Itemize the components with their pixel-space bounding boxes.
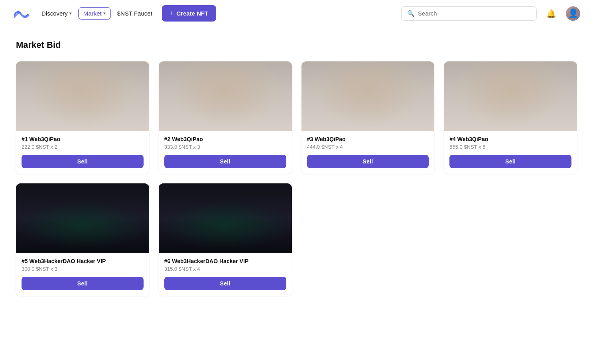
svg-rect-0 xyxy=(23,61,142,131)
svg-point-30 xyxy=(495,65,526,101)
sell-button-6[interactable]: Sell xyxy=(164,277,286,290)
svg-rect-86 xyxy=(204,237,208,242)
svg-point-6 xyxy=(85,84,89,87)
svg-rect-63 xyxy=(37,225,85,238)
svg-point-103 xyxy=(176,207,240,239)
nav-market[interactable]: Market ▾ xyxy=(78,7,111,20)
svg-rect-67 xyxy=(40,232,56,233)
svg-rect-61 xyxy=(108,222,122,223)
svg-point-26 xyxy=(359,106,376,117)
svg-rect-75 xyxy=(179,200,211,201)
svg-rect-98 xyxy=(179,225,227,238)
header: Discovery ▾ Market ▾ $NST Faucet + Creat… xyxy=(0,0,593,27)
nft-card-4: #4 Web3QiPao 555.0 $NST x 5 Sell xyxy=(444,61,577,174)
card-title-3: #3 Web3QiPao xyxy=(307,136,429,142)
svg-point-10 xyxy=(193,99,257,131)
svg-point-33 xyxy=(512,84,516,87)
svg-rect-57 xyxy=(108,212,123,214)
card-title-4: #4 Web3QiPao xyxy=(449,136,571,142)
plus-icon: + xyxy=(170,9,174,18)
svg-point-5 xyxy=(77,84,81,87)
svg-rect-96 xyxy=(251,222,265,223)
create-nft-button[interactable]: + Create NFT xyxy=(162,5,217,22)
svg-rect-56 xyxy=(108,210,132,211)
svg-rect-50 xyxy=(37,228,89,229)
svg-rect-44 xyxy=(37,211,67,212)
svg-rect-89 xyxy=(249,205,279,227)
svg-rect-7 xyxy=(57,115,108,131)
nft-card-3: #3 Web3QiPao 444.0 $NST x 4 Sell xyxy=(301,61,435,174)
svg-rect-58 xyxy=(108,215,130,216)
svg-rect-69 xyxy=(43,239,83,242)
svg-point-14 xyxy=(219,84,223,87)
svg-rect-94 xyxy=(251,217,268,218)
main-nav: Discovery ▾ Market ▾ $NST Faucet xyxy=(37,7,157,20)
svg-rect-20 xyxy=(348,85,388,131)
search-input[interactable] xyxy=(418,10,531,17)
card-title-6: #6 Web3HackerDAO Hacker VIP xyxy=(164,258,286,264)
svg-point-15 xyxy=(227,84,231,87)
logo[interactable] xyxy=(13,6,30,21)
svg-point-13 xyxy=(209,65,241,89)
svg-rect-55 xyxy=(108,208,126,209)
svg-rect-52 xyxy=(56,242,71,244)
svg-rect-48 xyxy=(37,222,65,224)
nav-discovery[interactable]: Discovery ▾ xyxy=(37,8,77,19)
svg-rect-79 xyxy=(179,211,209,212)
svg-rect-53 xyxy=(104,203,138,229)
svg-rect-100 xyxy=(183,228,205,229)
card-title-2: #2 Web3QiPao xyxy=(164,136,286,142)
card-price-2: 333.0 $NST x 3 xyxy=(164,144,286,150)
search-box: 🔍 xyxy=(401,6,537,21)
svg-rect-29 xyxy=(491,85,530,131)
svg-point-35 xyxy=(502,106,519,117)
nft-card-2: #2 Web3QiPao 333.0 $NST x 3 Sell xyxy=(159,61,292,174)
svg-rect-46 xyxy=(37,217,71,218)
sell-button-5[interactable]: Sell xyxy=(22,277,144,290)
sell-button-2[interactable]: Sell xyxy=(164,155,286,168)
svg-rect-2 xyxy=(63,85,102,131)
svg-point-1 xyxy=(51,99,114,131)
svg-point-21 xyxy=(353,65,383,101)
svg-rect-25 xyxy=(342,115,394,131)
svg-rect-91 xyxy=(251,210,275,211)
bell-icon: 🔔 xyxy=(546,9,556,18)
sell-button-1[interactable]: Sell xyxy=(22,155,144,168)
svg-rect-88 xyxy=(247,203,281,229)
svg-rect-92 xyxy=(251,212,266,214)
svg-rect-54 xyxy=(106,205,136,227)
svg-rect-87 xyxy=(199,242,214,244)
svg-point-8 xyxy=(74,106,91,117)
svg-rect-45 xyxy=(37,214,85,215)
svg-point-22 xyxy=(352,65,384,89)
svg-point-17 xyxy=(217,106,234,117)
svg-rect-71 xyxy=(165,183,285,253)
svg-rect-80 xyxy=(179,214,227,215)
sell-button-4[interactable]: Sell xyxy=(449,155,571,168)
svg-rect-59 xyxy=(108,217,125,218)
svg-point-105 xyxy=(243,237,255,245)
sell-button-3[interactable]: Sell xyxy=(307,155,429,168)
svg-rect-72 xyxy=(165,235,285,253)
card-price-3: 444.0 $NST x 4 xyxy=(307,144,429,150)
page-title: Market Bid xyxy=(16,40,577,50)
card-body-4: #4 Web3QiPao 555.0 $NST x 5 Sell xyxy=(444,131,577,174)
svg-point-23 xyxy=(362,84,366,87)
svg-rect-78 xyxy=(179,209,223,210)
svg-rect-47 xyxy=(37,220,75,221)
svg-rect-51 xyxy=(61,237,65,242)
nav-faucet[interactable]: $NST Faucet xyxy=(112,8,157,19)
card-image-1 xyxy=(16,61,149,131)
avatar[interactable]: 👤 xyxy=(566,6,580,21)
svg-point-28 xyxy=(479,99,542,131)
card-image-4 xyxy=(444,61,577,131)
card-price-6: 315.0 $NST x 4 xyxy=(164,266,286,272)
svg-rect-41 xyxy=(37,203,77,204)
notification-button[interactable]: 🔔 xyxy=(543,6,560,21)
svg-rect-38 xyxy=(33,195,99,237)
svg-point-68 xyxy=(33,207,97,239)
svg-point-19 xyxy=(336,99,400,131)
discovery-chevron-icon: ▾ xyxy=(69,11,72,16)
svg-rect-93 xyxy=(251,215,273,216)
svg-rect-62 xyxy=(35,237,87,240)
